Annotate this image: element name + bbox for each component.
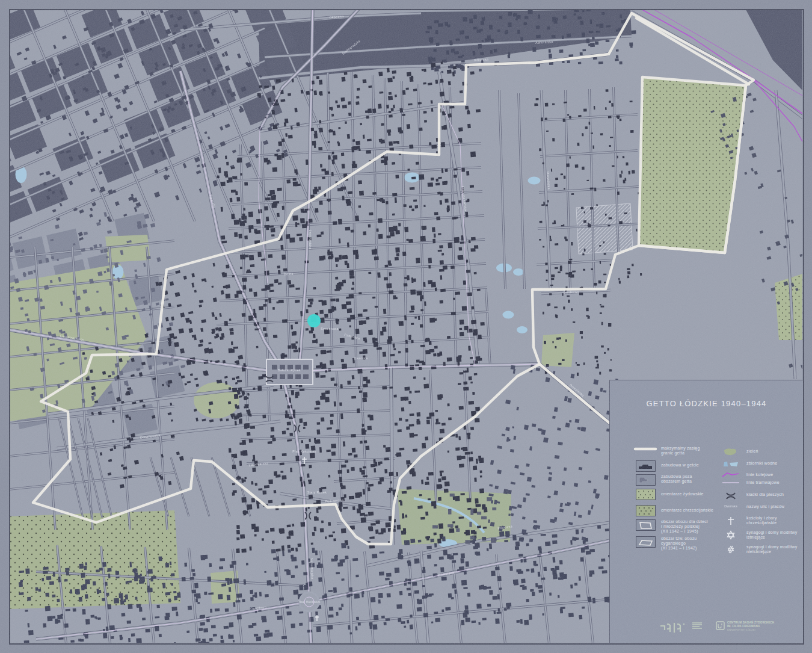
street-label: Łagiewnicka: [309, 230, 312, 250]
logo-text-line: IM. FILIPA FRIEDMANA: [727, 625, 774, 628]
legend-row: zbiorniki wodne: [715, 460, 812, 468]
legend-row: zieleń: [715, 447, 812, 457]
buildings-outside-ghetto-icon: [630, 474, 661, 486]
lodz-logo-caption-lines: [692, 622, 702, 629]
legend-label: zieleń: [746, 449, 812, 454]
jewish-research-center-logo: CENTRUM BADAŃ ŻYDOWSKICH IM. FILIPA FRIE…: [716, 621, 774, 631]
buildings-in-ghetto-icon: [630, 460, 661, 472]
street-label: Spacerowa: [321, 327, 339, 330]
street-label: Plac Wolności: [298, 600, 321, 604]
map-poster: InflanckaAdmiralskaOkopowaStalingradzkaŁ…: [0, 0, 812, 653]
water-swatch-icon: [715, 460, 746, 468]
legend-label: zbiorniki wodne: [746, 461, 812, 466]
legend-row: kościoły i zbory chrześcijańskie: [715, 516, 812, 526]
research-center-mark: [716, 621, 725, 630]
christian-cemetery-swatch-icon: [630, 505, 661, 516]
greenery-swatch-icon: [715, 447, 746, 457]
legend-label: synagogi i domy modlitwy istniejące: [746, 530, 812, 540]
star-of-david-crossed-icon: [715, 545, 746, 554]
children-camp-area-icon: [630, 519, 661, 531]
star-of-david-icon: [715, 530, 746, 540]
street-label: Dolna: [284, 272, 294, 276]
legend-label: nazwy ulic i placów: [746, 504, 812, 509]
legend-row: Dworska nazwy ulic i placów: [715, 504, 812, 509]
cross-symbol-icon: [715, 516, 746, 526]
footbridge-symbol-icon: [715, 491, 746, 500]
legend-panel: GETTO ŁÓDZKIE 1940–1944 maksymalny zasię…: [609, 380, 803, 643]
legend-row: synagogi i domy modlitwy nieistniejące: [715, 545, 812, 554]
street-label: Bałucki Rynek: [278, 368, 301, 372]
logo-text-line: UNIWERSYTET ŁÓDZKI: [727, 628, 774, 631]
legend-row: linie tramwajowe: [715, 480, 812, 485]
jewish-cemetery-swatch-icon: [630, 489, 661, 500]
lodz-city-logo: [659, 621, 702, 634]
street-label: Dworska: [354, 356, 368, 360]
street-label: Nowomiejska: [310, 558, 314, 579]
legend-row: kładki dla pieszych: [715, 491, 812, 500]
lodz-logo-glyphs: [659, 621, 691, 634]
legend-label: kładki dla pieszych: [746, 492, 812, 497]
street-label: Stary Rynek: [307, 491, 327, 494]
railway-line-icon: [715, 471, 746, 478]
street-name-sample: Dworska: [715, 504, 746, 508]
map-title: GETTO ŁÓDZKIE 1940–1944: [610, 399, 803, 408]
tram-line-icon: [715, 480, 746, 485]
logo-text-line: CENTRUM BADAŃ ŻYDOWSKICH: [727, 621, 774, 624]
legend-label: synagogi i domy modlitwy nieistniejące: [746, 545, 812, 554]
legend-row: linie kolejowe: [715, 471, 812, 478]
ghetto-border-swatch-icon: [630, 446, 661, 452]
street-label: Inflancka: [474, 57, 489, 61]
legend-label: kościoły i zbory chrześcijańskie: [746, 516, 812, 525]
gypsy-camp-area-icon: [630, 536, 661, 548]
legend-row: synagogi i domy modlitwy istniejące: [715, 530, 812, 540]
street-label: Środkowa: [564, 289, 580, 294]
legend-label: linie kolejowe: [746, 472, 812, 477]
legend-label: linie tramwajowe: [746, 480, 812, 485]
street-label: Plac Kościelny: [292, 450, 316, 453]
location-marker: [307, 314, 321, 327]
logos-row: CENTRUM BADAŃ ŻYDOWSKICH IM. FILIPA FRIE…: [610, 620, 803, 638]
